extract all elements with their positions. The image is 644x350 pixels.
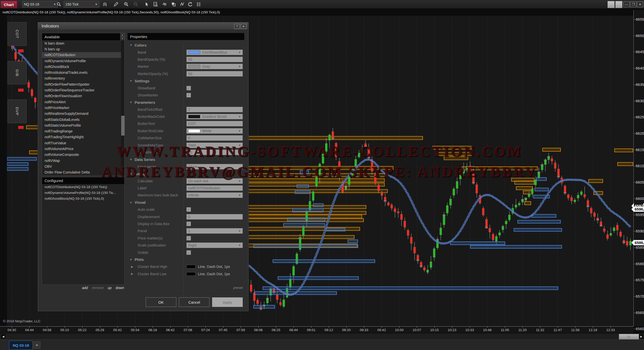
search-icon[interactable]: [55, 1, 62, 8]
available-item[interactable]: noftVolumeAtPrice: [42, 146, 121, 152]
collapse-icon[interactable]: ▼: [130, 258, 132, 261]
dropdown-field[interactable]: Gray▼: [186, 64, 243, 69]
chart-style-icon[interactable]: [101, 1, 108, 8]
scrollbar-thumb[interactable]: ||||: [619, 334, 639, 339]
available-item[interactable]: noftOrderFlowSequenceTracker: [42, 87, 121, 93]
cursor-icon[interactable]: [143, 1, 150, 8]
available-item[interactable]: noftTradingRange: [42, 128, 121, 134]
text-field[interactable]: Close: [186, 164, 243, 169]
zoom-in-icon[interactable]: [123, 1, 130, 8]
text-field[interactable]: 0: [186, 214, 243, 220]
collapse-icon[interactable]: ▼: [130, 101, 132, 104]
available-item[interactable]: noftOrderFlowVisualizer: [42, 93, 121, 99]
time-axis[interactable]: 04:3004:4404:5805:1005:2205:2905:4205:54…: [0, 326, 633, 333]
interval-select[interactable]: 150 Tick▼: [64, 1, 99, 8]
instrument-select[interactable]: NQ 03-18▼: [22, 1, 58, 8]
minimize-button[interactable]: —: [623, 2, 630, 7]
available-item[interactable]: noftPriceMarker: [42, 105, 121, 111]
properties-list-icon[interactable]: [195, 1, 202, 8]
horizontal-scrollbar[interactable]: ◀ |||| ▶: [0, 333, 644, 340]
available-item[interactable]: noftTradingTimeHighlight: [42, 134, 121, 140]
collapse-icon[interactable]: ▼: [130, 201, 132, 204]
collapse-icon[interactable]: ▼: [130, 79, 132, 82]
restore-button[interactable]: ❐: [630, 2, 636, 7]
dropdown-field[interactable]: Infinite▼: [186, 192, 243, 198]
scroll-right-icon[interactable]: ▶: [639, 334, 643, 339]
spinner-down-icon[interactable]: ▼: [120, 37, 125, 41]
workspace-button-1[interactable]: [608, 1, 615, 8]
windows-layout-icon[interactable]: [170, 1, 177, 8]
checkbox-checked[interactable]: ✓: [186, 207, 191, 212]
text-field[interactable]: 2: [186, 107, 243, 112]
dialog-close-button[interactable]: ✕: [241, 24, 246, 29]
expand-icon[interactable]: ▶: [131, 265, 133, 268]
configured-item[interactable]: noftGhostiBlock(NQ 03-18 (150 Tick),0): [42, 196, 124, 201]
side-tab-gib[interactable]: GIB: [8, 61, 27, 84]
text-field[interactable]: noftCOTDistribution: [186, 185, 243, 191]
add-tab-button[interactable]: +: [33, 341, 41, 349]
text-field[interactable]: 10: [186, 150, 243, 155]
dropdown-field[interactable]: Right▼: [186, 242, 243, 248]
available-item[interactable]: noftInstitutionalTradeLevels: [42, 69, 121, 75]
checkbox-checked[interactable]: ✓: [186, 222, 191, 226]
workspace-button-2[interactable]: [615, 1, 622, 8]
side-tab-cot[interactable]: COT: [8, 22, 27, 46]
price-axis[interactable]: 6655,006650,006645,006640,006635,006630,…: [633, 10, 644, 326]
available-item[interactable]: noftCOTDistribution: [42, 52, 121, 58]
apply-button[interactable]: Apply: [212, 297, 243, 307]
available-item[interactable]: N bars up: [42, 46, 121, 52]
checkbox-checked[interactable]: ✓: [186, 93, 191, 97]
expand-icon[interactable]: ▶: [131, 272, 133, 275]
add-link[interactable]: add: [82, 286, 88, 290]
available-item[interactable]: noftDynamicVolumeProfile: [42, 58, 121, 64]
plot-style-value[interactable]: Line, Dash Dot, 1px: [186, 272, 230, 276]
ok-button[interactable]: OK: [146, 297, 176, 307]
available-item[interactable]: noftPriceAlert: [42, 99, 121, 105]
text-field[interactable]: 50: [186, 57, 243, 62]
scroll-left-icon[interactable]: ◀: [1, 334, 6, 339]
drawing-tools-icon[interactable]: [179, 1, 186, 8]
collapse-icon[interactable]: ▼: [130, 172, 132, 175]
data-box-icon[interactable]: [152, 1, 159, 8]
text-field[interactable]: 50: [186, 71, 243, 77]
available-item[interactable]: noftInventory: [42, 76, 121, 81]
side-tab-dvp[interactable]: DVP: [8, 99, 27, 123]
panel-icon[interactable]: [161, 1, 168, 8]
checkbox-checked[interactable]: ✓: [186, 236, 191, 240]
dropdown-field[interactable]: On each tick▼: [186, 178, 243, 184]
zoom-out-icon[interactable]: [132, 1, 139, 8]
cancel-button[interactable]: Cancel: [179, 297, 210, 307]
available-item[interactable]: noftOrderFlowPatternSpotter: [42, 81, 121, 87]
down-link[interactable]: down: [116, 286, 124, 290]
configured-item[interactable]: noftCOTDistribution(NQ 03-18 (150 Tick)): [42, 184, 124, 190]
draw-pencil-icon[interactable]: [112, 1, 119, 8]
collapse-icon[interactable]: ▼: [130, 44, 132, 47]
available-item[interactable]: noftTrueValue: [42, 140, 121, 146]
available-item[interactable]: noftRealtimeSupplyDemand: [42, 111, 121, 117]
checkbox-checked[interactable]: ✓: [186, 86, 191, 90]
available-item[interactable]: noftGhostiBlock: [42, 64, 121, 69]
configured-item[interactable]: noftDynamicVolumeProfile(NQ 03-18 (150 T…: [42, 190, 124, 196]
available-item[interactable]: OBV: [42, 163, 121, 169]
dialog-help-button[interactable]: ?: [234, 24, 240, 29]
available-list[interactable]: N bars downN bars upnoftCOTDistributionn…: [42, 40, 121, 176]
preset-link[interactable]: preset: [128, 286, 243, 290]
text-field[interactable]: 0: [186, 135, 243, 141]
available-item[interactable]: Order Flow Cumulative Delta: [42, 169, 121, 175]
configured-list[interactable]: noftCOTDistribution(NQ 03-18 (150 Tick))…: [42, 184, 124, 201]
dropdown-field[interactable]: CornflowerBlue▼: [186, 50, 243, 55]
available-item[interactable]: noftVWap: [42, 158, 121, 163]
spinner-up-icon[interactable]: ▲: [120, 33, 125, 37]
checkbox-checked[interactable]: ✓: [186, 250, 191, 255]
available-item[interactable]: noftStaticGlobalLevels: [42, 117, 121, 122]
dropdown-field[interactable]: 1▼: [186, 228, 243, 234]
available-spinner[interactable]: ▲ ▼: [120, 33, 125, 41]
dropdown-field[interactable]: White▼: [186, 128, 243, 134]
available-item[interactable]: noftVolumeComposite: [42, 152, 121, 158]
available-scrollbar[interactable]: [121, 40, 124, 176]
dialog-title-bar[interactable]: Indicators: [38, 22, 248, 30]
available-item[interactable]: N bars down: [42, 40, 121, 46]
collapse-icon[interactable]: ▼: [130, 158, 132, 161]
plot-style-value[interactable]: Line, Dash Dot, 1px: [186, 265, 230, 269]
text-field[interactable]: COT: [186, 121, 243, 126]
